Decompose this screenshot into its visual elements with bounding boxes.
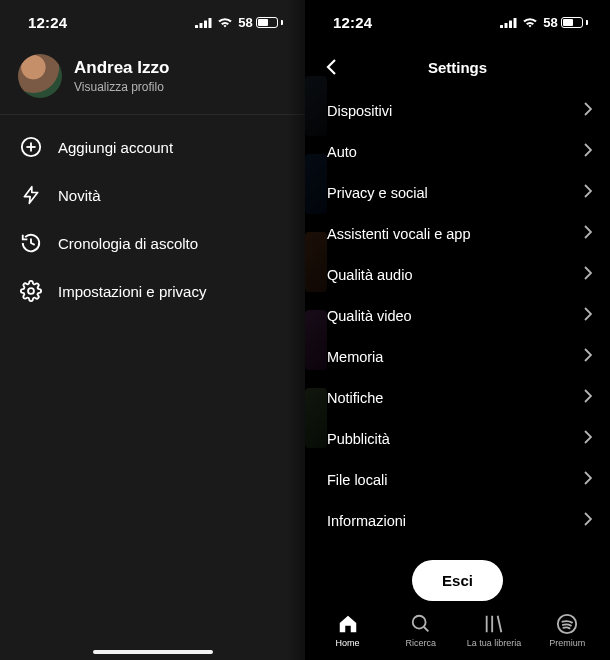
chevron-right-icon: [584, 266, 592, 283]
menu-item-add-account[interactable]: Aggiungi account: [0, 123, 305, 171]
svg-rect-3: [209, 18, 212, 28]
menu-item-label: Novità: [58, 187, 101, 204]
profile-text: Andrea Izzo Visualizza profilo: [74, 58, 169, 94]
settings-row-label: Qualità audio: [327, 267, 412, 283]
logout-container: Esci: [305, 550, 610, 607]
page-title: Settings: [428, 59, 487, 76]
wifi-icon: [522, 17, 538, 28]
status-time: 12:24: [28, 14, 67, 31]
menu-item-settings-privacy[interactable]: Impostazioni e privacy: [0, 267, 305, 315]
menu-item-whats-new[interactable]: Novità: [0, 171, 305, 219]
battery-indicator: 58: [543, 15, 588, 30]
chevron-right-icon: [584, 348, 592, 365]
settings-screen: 12:24 58 Settings Dispositivi Auto Priva…: [305, 0, 610, 660]
status-indicators: 58: [195, 15, 283, 30]
tab-library[interactable]: La tua libreria: [458, 613, 531, 648]
chevron-right-icon: [584, 184, 592, 201]
drawer-shadow: [287, 0, 305, 660]
cellular-signal-icon: [195, 17, 212, 28]
svg-line-14: [424, 627, 429, 632]
settings-row-label: Memoria: [327, 349, 383, 365]
profile-subtitle: Visualizza profilo: [74, 80, 169, 94]
settings-list: Dispositivi Auto Privacy e social Assist…: [305, 90, 610, 550]
home-indicator[interactable]: [93, 650, 213, 654]
tab-home[interactable]: Home: [311, 613, 384, 648]
cellular-signal-icon: [500, 17, 517, 28]
chevron-right-icon: [584, 430, 592, 447]
svg-point-8: [28, 288, 34, 294]
settings-row-label: Pubblicità: [327, 431, 390, 447]
tab-search[interactable]: Ricerca: [384, 613, 457, 648]
menu-item-label: Cronologia di ascolto: [58, 235, 198, 252]
settings-row-label: Notifiche: [327, 390, 383, 406]
settings-row-audio-quality[interactable]: Qualità audio: [305, 254, 610, 295]
settings-row-storage[interactable]: Memoria: [305, 336, 610, 377]
settings-row-label: Dispositivi: [327, 103, 392, 119]
menu-item-listening-history[interactable]: Cronologia di ascolto: [0, 219, 305, 267]
settings-row-local-files[interactable]: File locali: [305, 459, 610, 500]
library-icon: [483, 613, 505, 635]
menu-item-label: Aggiungi account: [58, 139, 173, 156]
account-drawer-screen: 12:24 58 Andrea Izzo Visualizza profilo: [0, 0, 305, 660]
settings-header: Settings: [305, 44, 610, 90]
battery-level-text: 58: [238, 15, 253, 30]
status-time: 12:24: [333, 14, 372, 31]
settings-row-label: Privacy e social: [327, 185, 428, 201]
svg-rect-9: [500, 25, 503, 28]
svg-point-13: [413, 616, 426, 629]
settings-row-label: Qualità video: [327, 308, 412, 324]
chevron-right-icon: [584, 307, 592, 324]
avatar: [18, 54, 62, 98]
bolt-icon: [20, 184, 42, 206]
svg-rect-12: [514, 18, 517, 28]
settings-row-about[interactable]: Informazioni: [305, 500, 610, 541]
tab-label: Premium: [549, 638, 585, 648]
back-button[interactable]: [319, 44, 343, 90]
settings-row-advertising[interactable]: Pubblicità: [305, 418, 610, 459]
chevron-right-icon: [584, 389, 592, 406]
tab-bar: Home Ricerca La tua libreria Premium: [305, 607, 610, 660]
chevron-right-icon: [584, 225, 592, 242]
settings-row-voice-apps[interactable]: Assistenti vocali e app: [305, 213, 610, 254]
home-icon: [337, 613, 359, 635]
status-indicators: 58: [500, 15, 588, 30]
wifi-icon: [217, 17, 233, 28]
history-icon: [20, 232, 42, 254]
svg-rect-0: [195, 25, 198, 28]
settings-row-notifications[interactable]: Notifiche: [305, 377, 610, 418]
gear-icon: [20, 280, 42, 302]
spotify-icon: [556, 613, 578, 635]
chevron-right-icon: [584, 143, 592, 160]
settings-row-privacy-social[interactable]: Privacy e social: [305, 172, 610, 213]
chevron-right-icon: [584, 512, 592, 529]
settings-row-label: Assistenti vocali e app: [327, 226, 470, 242]
svg-marker-7: [24, 187, 37, 204]
logout-button[interactable]: Esci: [412, 560, 503, 601]
drawer-menu: Aggiungi account Novità Cronologia di as…: [0, 115, 305, 323]
tab-label: Home: [336, 638, 360, 648]
svg-rect-10: [505, 23, 508, 28]
profile-name: Andrea Izzo: [74, 58, 169, 78]
settings-row-devices[interactable]: Dispositivi: [305, 90, 610, 131]
chevron-right-icon: [584, 102, 592, 119]
battery-level-text: 58: [543, 15, 558, 30]
battery-indicator: 58: [238, 15, 283, 30]
status-bar: 12:24 58: [0, 0, 305, 44]
tab-label: La tua libreria: [467, 638, 522, 648]
svg-rect-2: [204, 20, 207, 28]
menu-item-label: Impostazioni e privacy: [58, 283, 206, 300]
chevron-right-icon: [584, 471, 592, 488]
settings-row-label: Informazioni: [327, 513, 406, 529]
svg-rect-1: [200, 23, 203, 28]
settings-row-video-quality[interactable]: Qualità video: [305, 295, 610, 336]
plus-circle-icon: [20, 136, 42, 158]
tab-premium[interactable]: Premium: [531, 613, 604, 648]
tab-label: Ricerca: [406, 638, 437, 648]
settings-row-auto[interactable]: Auto: [305, 131, 610, 172]
settings-row-label: File locali: [327, 472, 387, 488]
profile-header[interactable]: Andrea Izzo Visualizza profilo: [0, 44, 305, 114]
settings-row-label: Auto: [327, 144, 357, 160]
status-bar: 12:24 58: [305, 0, 610, 44]
svg-rect-11: [509, 20, 512, 28]
search-icon: [410, 613, 432, 635]
